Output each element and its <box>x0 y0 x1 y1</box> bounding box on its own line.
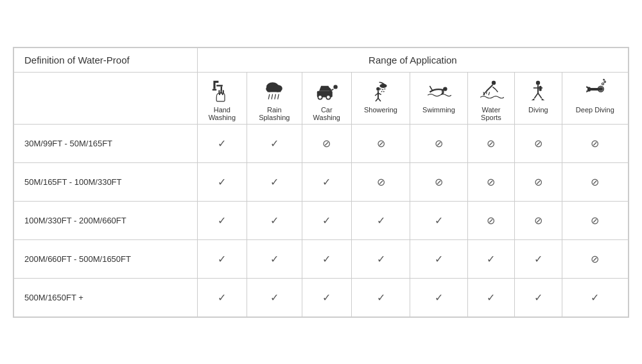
cell-rain_splashing: ✓ <box>247 162 302 201</box>
cell-diving: ✓ <box>515 239 562 278</box>
cell-deep_diving: ✓ <box>562 278 628 316</box>
check-icon: ✓ <box>377 292 385 303</box>
cell-hand_washing: ✓ <box>197 239 247 278</box>
col-label-rain-splashing: RainSplashing <box>259 106 290 121</box>
cell-water_sports: ✓ <box>467 278 514 316</box>
table-row: 500M/1650FT +✓✓✓✓✓✓✓✓ <box>14 278 629 316</box>
cell-showering: ✓ <box>351 201 410 239</box>
cell-hand_washing: ✓ <box>197 278 247 316</box>
no-icon: ⊘ <box>487 177 495 187</box>
cell-car_washing: ✓ <box>302 201 351 239</box>
col-water-sports: WaterSports <box>467 72 514 124</box>
svg-rect-1 <box>213 83 215 89</box>
cell-hand_washing: ✓ <box>197 124 247 162</box>
cell-swimming: ⊘ <box>410 124 468 162</box>
check-icon: ✓ <box>218 138 226 149</box>
check-icon: ✓ <box>534 292 542 303</box>
check-icon: ✓ <box>322 254 331 264</box>
svg-line-46 <box>535 93 539 98</box>
svg-line-36 <box>376 98 378 101</box>
svg-line-47 <box>538 93 542 98</box>
no-icon: ⊘ <box>591 177 599 187</box>
check-icon: ✓ <box>591 292 599 303</box>
cell-hand_washing: ✓ <box>197 201 247 239</box>
cell-water_sports: ⊘ <box>467 162 514 201</box>
check-icon: ✓ <box>435 215 443 226</box>
check-icon: ✓ <box>435 292 443 303</box>
check-icon: ✓ <box>270 292 279 303</box>
col-label-hand-washing: HandWashing <box>209 106 236 121</box>
check-icon: ✓ <box>487 292 495 303</box>
row-label: 50M/165FT - 100M/330FT <box>14 162 198 201</box>
cell-car_washing: ✓ <box>302 278 351 316</box>
check-icon: ✓ <box>377 215 385 226</box>
svg-line-37 <box>378 98 381 101</box>
check-icon: ✓ <box>270 215 279 226</box>
no-icon: ⊘ <box>435 138 443 149</box>
check-icon: ✓ <box>322 292 331 303</box>
row-label: 30M/99FT - 50M/165FT <box>14 124 198 162</box>
table-row: 100M/330FT - 200M/660FT✓✓✓✓✓⊘⊘⊘ <box>14 201 629 239</box>
cell-water_sports: ⊘ <box>467 201 514 239</box>
waterproof-table: Definition of Water-Proof Range of Appli… <box>13 47 629 318</box>
svg-rect-2 <box>213 89 216 90</box>
cell-water_sports: ⊘ <box>467 124 514 162</box>
no-icon: ⊘ <box>377 138 385 149</box>
no-icon: ⊘ <box>591 138 599 149</box>
svg-point-55 <box>603 79 605 80</box>
check-icon: ✓ <box>218 215 226 226</box>
svg-point-32 <box>376 87 380 91</box>
no-icon: ⊘ <box>487 215 495 226</box>
table-row: 50M/165FT - 100M/330FT✓✓✓⊘⊘⊘⊘⊘ <box>14 162 629 201</box>
no-icon: ⊘ <box>534 177 542 187</box>
cell-swimming: ✓ <box>410 201 468 239</box>
cell-diving: ⊘ <box>515 162 562 201</box>
cell-diving: ⊘ <box>515 201 562 239</box>
cell-showering: ✓ <box>351 278 410 316</box>
no-icon: ⊘ <box>534 215 542 226</box>
cell-car_washing: ✓ <box>302 162 351 201</box>
cell-hand_washing: ✓ <box>197 162 247 201</box>
svg-rect-9 <box>220 89 221 93</box>
svg-point-20 <box>318 95 322 99</box>
col-label-swimming: Swimming <box>422 106 455 114</box>
cell-deep_diving: ⊘ <box>562 124 628 162</box>
check-icon: ✓ <box>435 254 443 264</box>
no-icon: ⊘ <box>377 177 385 187</box>
svg-line-15 <box>269 94 270 99</box>
range-header: Range of Application <box>197 48 628 72</box>
svg-point-28 <box>382 89 383 90</box>
cell-car_washing: ⊘ <box>302 124 351 162</box>
svg-rect-10 <box>223 90 224 94</box>
col-label-diving: Diving <box>528 106 548 114</box>
row-label: 200M/660FT - 500M/1650FT <box>14 239 198 278</box>
check-icon: ✓ <box>270 138 279 149</box>
col-rain-splashing: RainSplashing <box>247 72 302 124</box>
check-icon: ✓ <box>377 254 385 264</box>
cell-showering: ⊘ <box>351 124 410 162</box>
cell-car_washing: ✓ <box>302 239 351 278</box>
svg-point-22 <box>333 85 337 89</box>
col-deep-diving: Deep Diving <box>562 72 628 124</box>
definition-header: Definition of Water-Proof <box>14 48 198 72</box>
empty-corner <box>14 72 198 124</box>
svg-point-26 <box>379 83 386 87</box>
cell-swimming: ✓ <box>410 239 468 278</box>
col-car-washing: CarWashing <box>302 72 351 124</box>
col-label-water-sports: WaterSports <box>481 106 501 121</box>
svg-point-31 <box>383 91 385 92</box>
col-showering: Showering <box>351 72 410 124</box>
col-label-deep-diving: Deep Diving <box>576 106 614 114</box>
cell-deep_diving: ⊘ <box>562 239 628 278</box>
no-icon: ⊘ <box>534 138 542 149</box>
svg-point-27 <box>380 88 381 89</box>
row-label: 100M/330FT - 200M/660FT <box>14 201 198 239</box>
check-icon: ✓ <box>487 254 495 264</box>
col-hand-washing: HandWashing <box>197 72 247 124</box>
no-icon: ⊘ <box>435 177 443 187</box>
check-icon: ✓ <box>270 177 279 187</box>
svg-line-18 <box>278 94 279 99</box>
cell-swimming: ✓ <box>410 278 468 316</box>
table-row: 200M/660FT - 500M/1650FT✓✓✓✓✓✓✓⊘ <box>14 239 629 278</box>
no-icon: ⊘ <box>487 138 495 149</box>
